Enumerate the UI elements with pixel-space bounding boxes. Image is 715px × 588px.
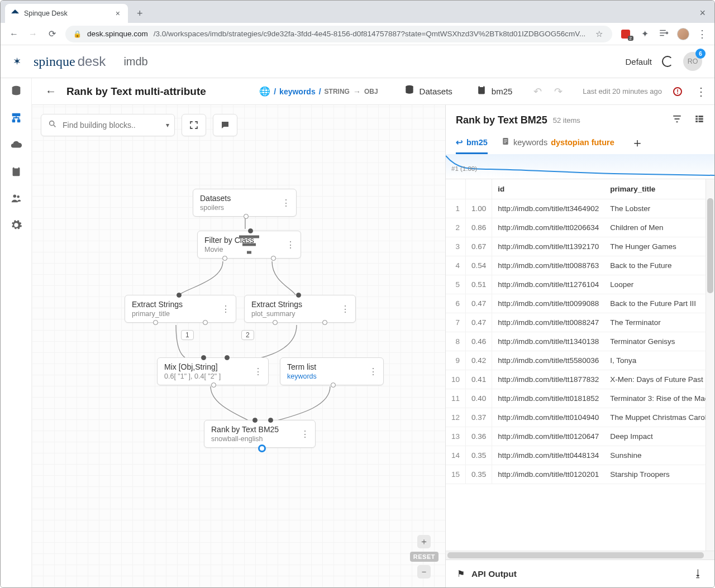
node-extract-plot-summary[interactable]: Extract Strings plot_summary ⋮ — [244, 295, 356, 323]
node-menu-icon[interactable]: ⋮ — [340, 300, 351, 318]
table-row[interactable]: 110.40http://imdb.com/title/tt0181852Ter… — [446, 389, 714, 408]
zoom-in-button[interactable]: ＋ — [417, 535, 431, 548]
nav-cloud-icon[interactable] — [9, 137, 23, 152]
workspace-name[interactable]: imdb — [123, 55, 147, 68]
nav-users-icon[interactable] — [9, 191, 23, 205]
table-row[interactable]: 120.37http://imdb.com/title/tt0104940The… — [446, 408, 714, 427]
results-table-wrapper[interactable]: id primary_title 11.00http://imdb.com/ti… — [446, 179, 714, 551]
fullscreen-button[interactable] — [182, 114, 206, 136]
svg-rect-16 — [699, 118, 703, 120]
reading-list-icon[interactable] — [658, 28, 669, 40]
endpoint-path[interactable]: 🌐 /keywords/STRING → OBJ — [259, 86, 378, 97]
nav-reload-icon[interactable]: ⟳ — [46, 28, 58, 39]
zoom-out-button[interactable]: － — [417, 565, 431, 579]
redo-button[interactable]: ↷ — [551, 83, 566, 100]
notification-badge: 6 — [695, 49, 706, 59]
svg-point-7 — [13, 195, 16, 198]
last-edit-label: Last edit 20 minutes ago — [583, 87, 662, 95]
address-bar[interactable]: 🔒 desk.spinque.com /3.0/workspaces/imdb/… — [65, 26, 612, 42]
node-extract-primary-title[interactable]: Extract Strings primary_title ⋮ — [125, 295, 236, 323]
browser-tab-strip: Spinque Desk × + × — [1, 1, 714, 23]
table-row[interactable]: 50.51http://imdb.com/title/tt1276104Loop… — [446, 275, 714, 294]
node-menu-icon[interactable]: ⋮ — [299, 425, 311, 443]
user-avatar[interactable]: RO 6 — [683, 52, 702, 71]
extensions-icon[interactable]: ✦ — [639, 28, 650, 39]
lock-icon: 🔒 — [73, 30, 82, 38]
chrome-menu-icon[interactable]: ⋮ — [697, 28, 707, 40]
table-row[interactable]: 60.47http://imdb.com/title/tt0099088Back… — [446, 294, 714, 313]
node-menu-icon[interactable]: ⋮ — [280, 194, 292, 212]
svg-rect-6 — [14, 166, 18, 169]
node-menu-icon[interactable]: ⋮ — [220, 300, 231, 318]
warning-icon[interactable]: ! — [673, 87, 682, 96]
search-blocks-field[interactable] — [63, 121, 160, 130]
chevron-down-icon[interactable]: ▾ — [166, 121, 169, 129]
add-results-tab-button[interactable]: ＋ — [631, 135, 644, 151]
node-menu-icon[interactable]: ⋮ — [368, 362, 379, 380]
profile-selector[interactable]: Default — [625, 57, 652, 66]
toolbar-bm25[interactable]: bm25 — [473, 82, 516, 101]
vertical-scrollbar[interactable] — [706, 179, 714, 551]
nav-back-icon[interactable]: ← — [8, 29, 20, 39]
node-menu-icon[interactable]: ⋮ — [285, 236, 296, 254]
table-row[interactable]: 150.35http://imdb.com/title/tt0120201Sta… — [446, 465, 714, 484]
table-row[interactable]: 140.35http://imdb.com/title/tt0448134Sun… — [446, 446, 714, 465]
table-row[interactable]: 130.36http://imdb.com/title/tt0120647Dee… — [446, 427, 714, 446]
nav-settings-icon[interactable] — [9, 218, 23, 232]
toolbar-datasets[interactable]: Datasets — [401, 82, 456, 101]
node-filter-by-class[interactable]: Filter by Class Movie ⋮ — [197, 231, 301, 259]
undo-button[interactable]: ↶ — [530, 83, 545, 100]
download-icon[interactable]: ⭳ — [693, 568, 703, 580]
left-nav-rail — [1, 78, 32, 587]
nav-clipboard-icon[interactable] — [9, 164, 23, 179]
col-id[interactable]: id — [492, 179, 604, 199]
table-row[interactable]: 80.46http://imdb.com/title/tt1340138Term… — [446, 332, 714, 351]
edge-label-1: 1 — [181, 330, 194, 340]
svg-rect-4 — [17, 119, 20, 123]
table-row[interactable]: 100.41http://imdb.com/title/tt1877832X-M… — [446, 370, 714, 389]
back-button[interactable]: ← — [41, 83, 61, 100]
return-icon: ↩ — [456, 138, 463, 147]
nav-datasets-icon[interactable] — [9, 84, 23, 98]
horizontal-scrollbar[interactable] — [446, 551, 714, 560]
svg-rect-11 — [479, 85, 483, 87]
browser-tab-active[interactable]: Spinque Desk × — [5, 4, 128, 23]
close-tab-icon[interactable]: × — [113, 9, 122, 18]
search-icon — [48, 119, 57, 131]
window-close-icon[interactable]: × — [694, 4, 711, 22]
table-row[interactable]: 70.47http://imdb.com/title/tt0088247The … — [446, 313, 714, 332]
node-datasets[interactable]: Datasets spoilers ⋮ — [193, 189, 297, 217]
extension-ublock-icon[interactable]: 2 — [620, 28, 631, 40]
new-tab-button[interactable]: + — [134, 6, 146, 22]
api-output-bar[interactable]: ⚑ API Output ⭳ — [446, 560, 714, 587]
node-mix[interactable]: Mix [Obj,String] 0.6[ "1" ], 0.4[ "2" ] … — [157, 357, 269, 385]
filter-results-icon[interactable] — [672, 114, 682, 126]
zoom-reset-button[interactable]: RESET — [410, 552, 438, 562]
table-row[interactable]: 40.54http://imdb.com/title/tt0088763Back… — [446, 256, 714, 275]
node-menu-icon[interactable]: ⋮ — [252, 362, 264, 380]
col-primary-title[interactable]: primary_title — [604, 179, 714, 199]
table-row[interactable]: 11.00http://imdb.com/title/tt3464902The … — [446, 199, 714, 218]
svg-rect-2 — [12, 113, 20, 117]
node-term-list[interactable]: Term list keywords ⋮ — [280, 357, 384, 385]
table-row[interactable]: 30.67http://imdb.com/title/tt1392170The … — [446, 237, 714, 256]
svg-point-0 — [666, 32, 668, 34]
edge-label-2: 2 — [241, 330, 254, 340]
profile-avatar-icon[interactable] — [677, 28, 689, 40]
browser-toolbar: ← → ⟳ 🔒 desk.spinque.com /3.0/workspaces… — [1, 23, 714, 45]
results-tab-keywords[interactable]: keywords dystopian future — [501, 132, 614, 154]
nav-strategies-icon[interactable] — [9, 111, 23, 125]
selected-output-port[interactable] — [258, 444, 266, 452]
search-blocks-input[interactable]: ▾ — [41, 114, 175, 136]
table-row[interactable]: 20.86http://imdb.com/title/tt0206634Chil… — [446, 218, 714, 237]
strategy-canvas[interactable]: ▾ ＋ RESET － — [32, 105, 445, 587]
app-logo[interactable]: spinque desk — [34, 54, 106, 69]
comments-button[interactable] — [213, 114, 237, 136]
table-row[interactable]: 90.42http://imdb.com/title/tt5580036I, T… — [446, 351, 714, 370]
globe-icon: 🌐 — [259, 86, 270, 97]
strategy-menu-icon[interactable]: ⋮ — [695, 85, 706, 98]
list-view-icon[interactable] — [694, 114, 704, 126]
results-tab-bm25[interactable]: ↩ bm25 — [456, 132, 488, 154]
node-rank-bm25[interactable]: Rank by Text BM25 snowball-english ⋮ — [204, 420, 316, 448]
star-icon[interactable]: ☆ — [593, 29, 604, 39]
